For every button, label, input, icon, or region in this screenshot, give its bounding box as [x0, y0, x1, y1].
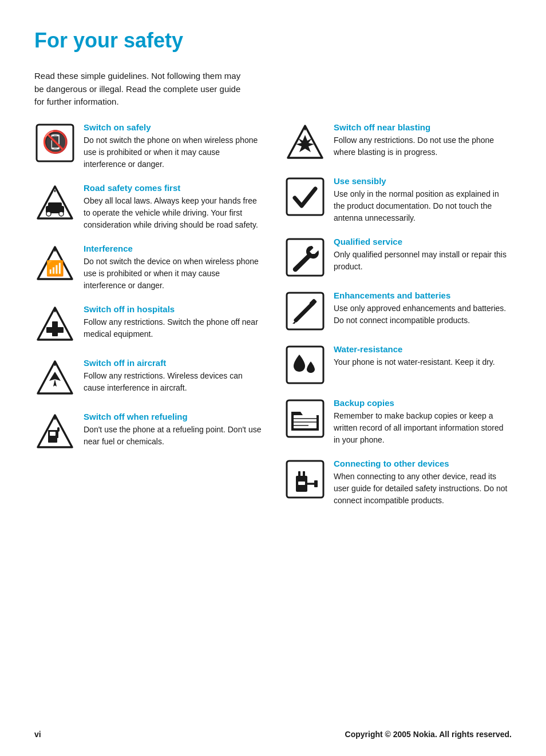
footer-copyright: Copyright © 2005 Nokia. All rights reser…: [345, 730, 512, 739]
content-columns: 📵 Switch on safely Do not switch the pho…: [34, 122, 512, 519]
blasting-icon: [284, 122, 326, 164]
use-sensibly-text: Use sensibly Use only in the normal posi…: [334, 176, 512, 224]
backup-copies-icon: [284, 398, 326, 439]
svg-rect-31: [287, 347, 323, 383]
footer: vi Copyright © 2005 Nokia. All rights re…: [34, 730, 512, 739]
enhancements-desc: Use only approved enhancements and batte…: [334, 303, 512, 327]
refueling-title: Switch off when refueling: [84, 412, 262, 421]
aircraft-icon: [34, 358, 76, 399]
water-resistance-text: Water-resistance Your phone is not water…: [334, 344, 512, 368]
svg-rect-43: [314, 480, 318, 487]
list-item: Switch off in aircraft Follow any restri…: [34, 358, 262, 399]
refueling-desc: Don't use the phone at a refueling point…: [84, 424, 262, 448]
enhancements-icon: [284, 291, 326, 332]
aircraft-title: Switch off in aircraft: [84, 358, 262, 368]
switch-on-safely-title: Switch on safely: [84, 122, 262, 132]
list-item: Water-resistance Your phone is not water…: [284, 344, 512, 385]
blasting-text: Switch off near blasting Follow any rest…: [334, 122, 512, 158]
svg-point-6: [46, 212, 51, 216]
list-item: Switch off when refueling Don't use the …: [34, 412, 262, 453]
list-item: Qualified service Only qualified personn…: [284, 237, 512, 278]
interference-text: Interference Do not switch the device on…: [84, 244, 262, 292]
switch-on-safely-icon: 📵: [34, 122, 76, 164]
svg-rect-13: [46, 327, 64, 333]
switch-on-safely-desc: Do not switch the phone on when wireless…: [84, 134, 262, 170]
enhancements-title: Enhancements and batteries: [334, 291, 512, 300]
svg-rect-40: [303, 471, 305, 477]
water-resistance-desc: Your phone is not water-resistant. Keep …: [334, 356, 512, 368]
connecting-devices-title: Connecting to other devices: [334, 459, 512, 468]
hospitals-desc: Follow any restrictions. Switch the phon…: [84, 316, 262, 340]
svg-text:📵: 📵: [42, 129, 69, 155]
svg-rect-39: [298, 471, 300, 477]
svg-marker-29: [292, 321, 296, 324]
interference-desc: Do not switch the device on when wireles…: [84, 256, 262, 292]
hospitals-icon: [34, 304, 76, 345]
use-sensibly-desc: Use only in the normal position as expla…: [334, 188, 512, 224]
svg-rect-5: [48, 202, 62, 208]
use-sensibly-icon: [284, 176, 326, 217]
qualified-service-icon: [284, 237, 326, 278]
blasting-desc: Follow any restrictions. Do not use the …: [334, 134, 512, 158]
switch-on-safely-text: Switch on safely Do not switch the phone…: [84, 122, 262, 170]
enhancements-text: Enhancements and batteries Use only appr…: [334, 291, 512, 327]
aircraft-desc: Follow any restrictions. Wireless device…: [84, 370, 262, 394]
backup-copies-title: Backup copies: [334, 398, 512, 408]
hospitals-title: Switch off in hospitals: [84, 304, 262, 314]
connecting-devices-desc: When connecting to any other device, rea…: [334, 471, 512, 507]
svg-rect-25: [287, 178, 323, 215]
page-title: For your safety: [34, 29, 512, 53]
road-safety-title: Road safety comes first: [84, 183, 262, 193]
svg-line-28: [296, 303, 313, 320]
right-column: Switch off near blasting Follow any rest…: [284, 122, 512, 519]
left-column: 📵 Switch on safely Do not switch the pho…: [34, 122, 262, 519]
list-item: Switch off near blasting Follow any rest…: [284, 122, 512, 164]
footer-page-number: vi: [34, 730, 41, 739]
use-sensibly-title: Use sensibly: [334, 176, 512, 186]
svg-rect-21: [57, 427, 60, 432]
list-item: Use sensibly Use only in the normal posi…: [284, 176, 512, 224]
backup-copies-desc: Remember to make backup copies or keep a…: [334, 410, 512, 446]
list-item: Connecting to other devices When connect…: [284, 459, 512, 507]
road-safety-desc: Obey all local laws. Always keep your ha…: [84, 195, 262, 231]
list-item: 📵 Switch on safely Do not switch the pho…: [34, 122, 262, 170]
connecting-devices-text: Connecting to other devices When connect…: [334, 459, 512, 507]
water-resistance-icon: [284, 344, 326, 385]
interference-icon: 📶: [34, 244, 76, 285]
intro-text: Read these simple guidelines. Not follow…: [34, 70, 252, 109]
svg-text:📶: 📶: [46, 259, 65, 277]
qualified-service-title: Qualified service: [334, 237, 512, 246]
qualified-service-desc: Only qualified personnel may install or …: [334, 249, 512, 273]
connecting-devices-icon: [284, 459, 326, 500]
hospitals-text: Switch off in hospitals Follow any restr…: [84, 304, 262, 340]
qualified-service-text: Qualified service Only qualified personn…: [334, 237, 512, 273]
list-item: Backup copies Remember to make backup co…: [284, 398, 512, 446]
list-item: Enhancements and batteries Use only appr…: [284, 291, 512, 332]
refueling-icon: [34, 412, 76, 453]
road-safety-text: Road safety comes first Obey all local l…: [84, 183, 262, 231]
svg-rect-41: [298, 482, 305, 485]
svg-rect-19: [50, 432, 56, 436]
water-resistance-title: Water-resistance: [334, 344, 512, 354]
refueling-text: Switch off when refueling Don't use the …: [84, 412, 262, 448]
blasting-title: Switch off near blasting: [334, 122, 512, 132]
road-safety-icon: [34, 183, 76, 224]
list-item: Road safety comes first Obey all local l…: [34, 183, 262, 231]
list-item: 📶 Interference Do not switch the device …: [34, 244, 262, 292]
aircraft-text: Switch off in aircraft Follow any restri…: [84, 358, 262, 394]
svg-point-7: [59, 212, 64, 216]
list-item: Switch off in hospitals Follow any restr…: [34, 304, 262, 345]
interference-title: Interference: [84, 244, 262, 253]
backup-copies-text: Backup copies Remember to make backup co…: [334, 398, 512, 446]
